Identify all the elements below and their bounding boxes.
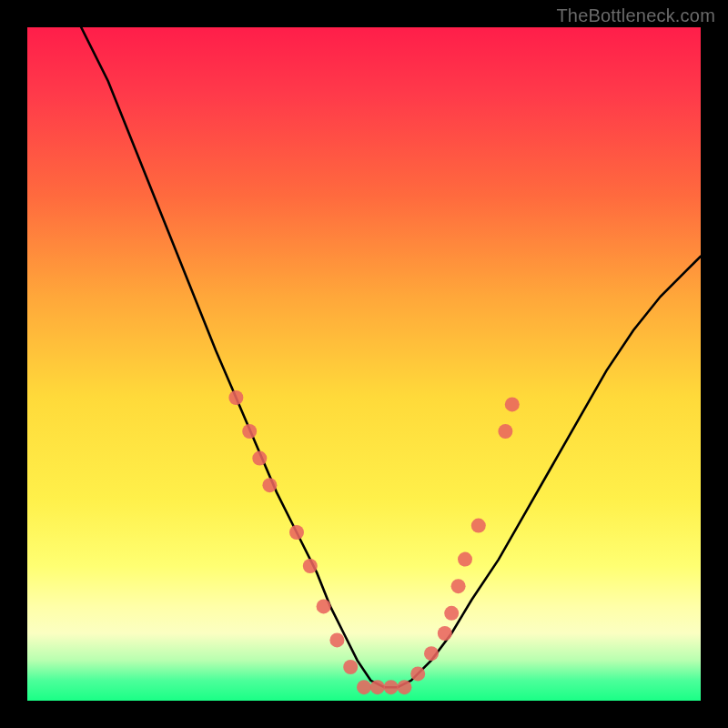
marker-dot	[252, 451, 267, 466]
marker-dot	[329, 632, 344, 647]
curve-markers	[228, 390, 519, 694]
bottleneck-curve	[81, 27, 701, 687]
marker-dot	[471, 519, 486, 533]
marker-dot	[444, 606, 459, 621]
marker-dot	[438, 626, 452, 641]
marker-dot	[498, 424, 512, 439]
curve-svg	[27, 27, 701, 701]
marker-dot	[357, 680, 371, 694]
marker-dot	[397, 680, 411, 694]
marker-dot	[303, 559, 318, 573]
chart-frame: TheBottleneck.com	[0, 0, 728, 728]
marker-dot	[370, 680, 385, 694]
marker-dot	[242, 424, 257, 439]
marker-dot	[343, 660, 358, 674]
marker-dot	[410, 666, 425, 681]
marker-dot	[424, 646, 439, 661]
marker-dot	[384, 680, 399, 694]
marker-dot	[505, 397, 520, 411]
marker-dot	[458, 552, 472, 567]
plot-area	[27, 27, 701, 701]
marker-dot	[451, 579, 466, 593]
marker-dot	[317, 599, 331, 613]
marker-dot	[228, 390, 243, 405]
marker-dot	[289, 525, 304, 540]
marker-dot	[262, 478, 277, 492]
watermark-text: TheBottleneck.com	[556, 5, 715, 26]
